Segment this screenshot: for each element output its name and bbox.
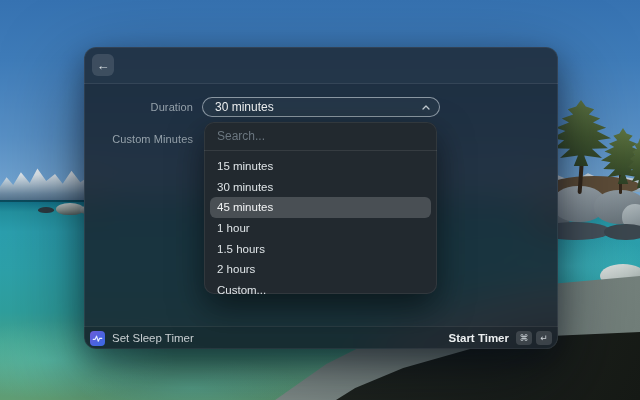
window-header: ← <box>84 47 558 84</box>
duration-dropdown-panel: 15 minutes 30 minutes 45 minutes 1 hour … <box>204 122 437 294</box>
waveform-icon <box>90 331 105 346</box>
dropdown-option[interactable]: 2 hours <box>204 259 437 280</box>
dropdown-option[interactable]: 1.5 hours <box>204 238 437 259</box>
dropdown-option[interactable]: 45 minutes <box>210 197 431 218</box>
dropdown-option[interactable]: 1 hour <box>204 218 437 239</box>
command-key-icon: ⌘ <box>516 331 532 345</box>
window-footer: Set Sleep Timer Start Timer ⌘ ↵ <box>84 326 558 349</box>
dropdown-option[interactable]: 15 minutes <box>204 156 437 177</box>
start-timer-button[interactable]: Start Timer ⌘ ↵ <box>447 329 553 347</box>
back-button[interactable]: ← <box>92 54 114 76</box>
wallpaper-rock <box>38 207 54 213</box>
duration-select[interactable]: 30 minutes <box>202 97 440 117</box>
command-title: Set Sleep Timer <box>112 332 194 344</box>
chevron-up-icon <box>422 105 430 110</box>
start-timer-label: Start Timer <box>448 332 509 344</box>
duration-select-value: 30 minutes <box>215 100 274 114</box>
desktop: ← Duration 30 minutes Custom Minutes 15 … <box>0 0 640 400</box>
return-key-icon: ↵ <box>536 331 552 345</box>
dropdown-option[interactable]: Custom... <box>204 280 437 294</box>
dropdown-option[interactable]: 30 minutes <box>204 177 437 198</box>
back-arrow-icon: ← <box>97 59 110 72</box>
wallpaper-boulder <box>604 224 640 240</box>
custom-minutes-label: Custom Minutes <box>84 133 193 145</box>
dropdown-options-list: 15 minutes 30 minutes 45 minutes 1 hour … <box>204 151 437 294</box>
sleep-timer-window: ← Duration 30 minutes Custom Minutes 15 … <box>84 47 558 349</box>
dropdown-search-input[interactable] <box>217 129 424 143</box>
dropdown-search-row <box>204 122 437 151</box>
duration-label: Duration <box>84 101 193 113</box>
